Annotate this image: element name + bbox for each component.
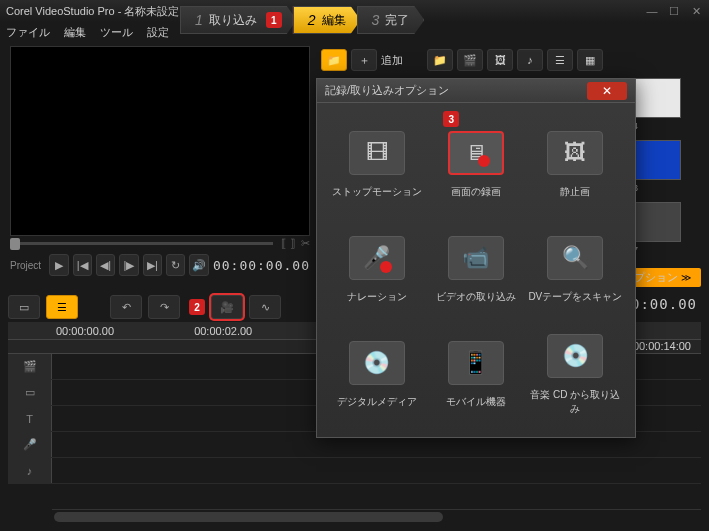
play-button[interactable]: ▶ — [49, 254, 68, 276]
option-narration[interactable]: 🎤 ナレーション — [327, 218, 426, 323]
option-digital-media[interactable]: 💿 デジタルメディア — [327, 322, 426, 427]
step-label: 取り込み — [209, 12, 257, 29]
filter-view-icon[interactable]: ▦ — [577, 49, 603, 71]
overlay-track-icon[interactable]: ▭ — [8, 380, 52, 405]
still-image-icon: 🖼 — [547, 131, 603, 175]
annotation-badge-2: 2 — [189, 299, 205, 315]
screen-record-icon: 🖥 — [448, 131, 504, 175]
preview-timecode: 00:00:00.00 — [213, 258, 310, 273]
repeat-button[interactable]: ↻ — [166, 254, 185, 276]
timeline-view-button[interactable]: ☰ — [46, 295, 78, 319]
option-audio-cd[interactable]: 💿 音楽 CD から取り込み — [526, 322, 625, 427]
step-num: 3 — [372, 12, 380, 28]
step-edit[interactable]: 2 編集 — [293, 6, 361, 34]
audio-cd-icon: 💿 — [547, 334, 603, 378]
menu-edit[interactable]: 編集 — [64, 25, 86, 40]
redo-button[interactable]: ↷ — [148, 295, 180, 319]
preview-panel — [10, 46, 310, 236]
digital-media-icon: 💿 — [349, 341, 405, 385]
filter-sort-icon[interactable]: ☰ — [547, 49, 573, 71]
option-label: ナレーション — [347, 290, 407, 304]
music-track-icon[interactable]: ♪ — [8, 458, 52, 483]
narration-icon: 🎤 — [349, 236, 405, 280]
project-label: Project — [10, 260, 41, 271]
undo-button[interactable]: ↶ — [110, 295, 142, 319]
option-label: モバイル機器 — [446, 395, 506, 409]
step-num: 2 — [308, 12, 316, 28]
library-add-label: 追加 — [381, 53, 403, 68]
menu-file[interactable]: ファイル — [6, 25, 50, 40]
mobile-icon: 📱 — [448, 341, 504, 385]
step-capture[interactable]: 1 取り込み 1 — [180, 6, 297, 34]
option-video-import[interactable]: 📹 ビデオの取り込み — [426, 218, 525, 323]
storyboard-view-button[interactable]: ▭ — [8, 295, 40, 319]
timeline-scrollbar[interactable] — [52, 509, 701, 523]
annotation-badge-1: 1 — [266, 12, 282, 28]
record-capture-button[interactable]: 🎥 — [211, 295, 243, 319]
preview-slider[interactable]: ⟦ ⟧ ✂ — [10, 238, 310, 248]
library-add-button[interactable]: ＋ — [351, 49, 377, 71]
step-share[interactable]: 3 完了 — [357, 6, 425, 34]
option-label: 画面の録画 — [451, 185, 501, 199]
video-import-icon: 📹 — [448, 236, 504, 280]
dialog-title: 記録/取り込みオプション — [325, 83, 587, 98]
minimize-button[interactable]: — — [645, 5, 659, 17]
volume-button[interactable]: 🔊 — [189, 254, 208, 276]
option-label: ビデオの取り込み — [436, 290, 516, 304]
ruler-tick: 00:00:00.00 — [56, 325, 114, 337]
step-num: 1 — [195, 12, 203, 28]
library-folder-icon[interactable]: 📁 — [321, 49, 347, 71]
video-track-icon[interactable]: 🎬 — [8, 354, 52, 379]
menu-settings[interactable]: 設定 — [147, 25, 169, 40]
filter-image-icon[interactable]: 🖼 — [487, 49, 513, 71]
option-screen-record[interactable]: 3 🖥 画面の録画 — [426, 113, 525, 218]
next-frame-button[interactable]: |▶ — [119, 254, 138, 276]
go-end-button[interactable]: ▶| — [143, 254, 162, 276]
voice-track-icon[interactable]: 🎤 — [8, 432, 52, 457]
close-button[interactable]: ✕ — [689, 5, 703, 17]
capture-options-dialog: 記録/取り込みオプション ✕ 🎞 ストップモーション 3 🖥 画面の録画 🖼 静… — [316, 78, 636, 438]
dialog-close-button[interactable]: ✕ — [587, 82, 627, 100]
option-label: DVテープをスキャン — [528, 290, 622, 304]
menu-tool[interactable]: ツール — [100, 25, 133, 40]
mark-out-icon[interactable]: ⟧ — [290, 237, 295, 250]
dv-scan-icon: 🔍 — [547, 236, 603, 280]
option-still-image[interactable]: 🖼 静止画 — [526, 113, 625, 218]
title-track-icon[interactable]: T — [8, 406, 52, 431]
annotation-badge-3: 3 — [443, 111, 459, 127]
filter-folder-icon[interactable]: 📁 — [427, 49, 453, 71]
option-dv-scan[interactable]: 🔍 DVテープをスキャン — [526, 218, 625, 323]
option-label: 音楽 CD から取り込み — [526, 388, 625, 416]
filter-audio-icon[interactable]: ♪ — [517, 49, 543, 71]
track-music[interactable]: ♪ — [8, 458, 701, 484]
stopmotion-icon: 🎞 — [349, 131, 405, 175]
option-mobile[interactable]: 📱 モバイル機器 — [426, 322, 525, 427]
step-label: 編集 — [322, 12, 346, 29]
option-label: ストップモーション — [332, 185, 422, 199]
step-label: 完了 — [385, 12, 409, 29]
option-label: デジタルメディア — [337, 395, 417, 409]
prev-frame-button[interactable]: ◀| — [96, 254, 115, 276]
option-stopmotion[interactable]: 🎞 ストップモーション — [327, 113, 426, 218]
go-start-button[interactable]: |◀ — [73, 254, 92, 276]
mark-in-icon[interactable]: ⟦ — [281, 237, 286, 250]
option-label: 静止画 — [560, 185, 590, 199]
ruler-tick: 00:00:02.00 — [194, 325, 252, 337]
cut-icon[interactable]: ✂ — [301, 237, 310, 250]
maximize-button[interactable]: ☐ — [667, 5, 681, 17]
filter-video-icon[interactable]: 🎬 — [457, 49, 483, 71]
audio-mixer-button[interactable]: ∿ — [249, 295, 281, 319]
